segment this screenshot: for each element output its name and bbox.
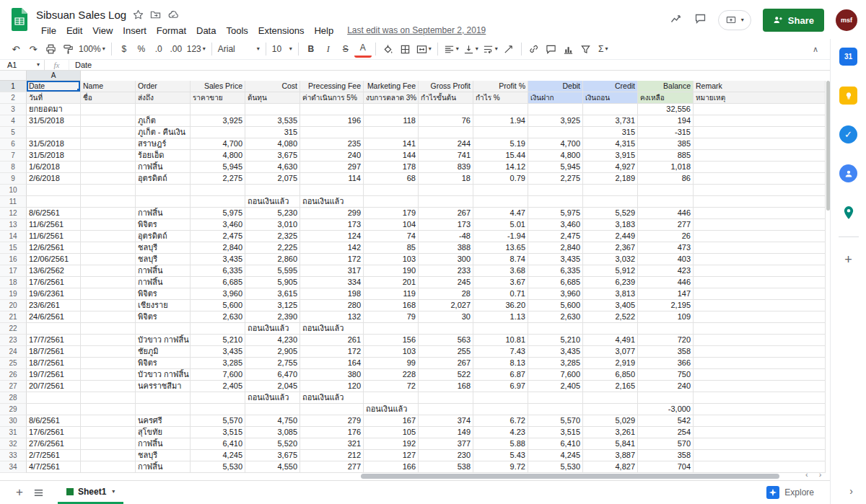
cell-C24[interactable]: ชัยภูมิ	[136, 346, 191, 358]
cell-C7[interactable]: ร้อยเอ็ด	[136, 150, 191, 162]
cell-D17[interactable]: 6,335	[191, 265, 245, 277]
cell-I33[interactable]: 5.43	[473, 450, 528, 461]
name-box[interactable]: A1 ▾	[0, 60, 45, 70]
cell-C4[interactable]: ภูเก็ต	[136, 115, 191, 127]
cell-D28[interactable]	[191, 392, 245, 404]
cell-L6[interactable]: 385	[638, 138, 694, 150]
cell-J8[interactable]: 5,945	[528, 162, 583, 173]
cell-J12[interactable]: 5,975	[528, 208, 583, 219]
cell-G5[interactable]	[364, 127, 419, 138]
cell-H15[interactable]: 388	[419, 242, 473, 254]
cell-G28[interactable]	[364, 392, 419, 404]
cell-I34[interactable]: 9.72	[473, 461, 528, 473]
cell-E13[interactable]: 3,010	[245, 219, 300, 231]
row-header-10[interactable]: 10	[0, 185, 27, 196]
cell-I23[interactable]: 10.81	[473, 335, 528, 346]
cell-H30[interactable]: 374	[419, 415, 473, 427]
cell-H14[interactable]: -48	[419, 231, 473, 242]
cell-H1[interactable]: Gross Profit	[419, 81, 473, 92]
cell-M4[interactable]	[694, 115, 826, 127]
cell-B31[interactable]	[81, 427, 136, 438]
menu-file[interactable]: File	[36, 24, 61, 37]
cell-M11[interactable]	[694, 196, 826, 208]
cell-E23[interactable]: 4,230	[245, 335, 300, 346]
cell-E9[interactable]: 2,075	[245, 173, 300, 185]
cell-D26[interactable]: 7,600	[191, 369, 245, 381]
cell-E21[interactable]: 2,390	[245, 311, 300, 323]
formula-input[interactable]: Date	[69, 61, 92, 69]
cell-J23[interactable]: 5,210	[528, 335, 583, 346]
cell-G19[interactable]: 119	[364, 288, 419, 300]
cell-J14[interactable]: 2,475	[528, 231, 583, 242]
cell-A20[interactable]: 23/6/261	[27, 300, 81, 311]
row-header-8[interactable]: 8	[0, 162, 27, 173]
cell-B33[interactable]	[81, 450, 136, 461]
comment-history-icon[interactable]	[694, 13, 707, 27]
cell-L5[interactable]: -315	[638, 127, 694, 138]
more-formats-button[interactable]: 123 ▾	[185, 40, 208, 58]
cell-J26[interactable]: 7,600	[528, 369, 583, 381]
row-header-6[interactable]: 6	[0, 138, 27, 150]
cell-G6[interactable]: 141	[364, 138, 419, 150]
cell-A3[interactable]: ยกยอดมา	[27, 104, 81, 115]
insert-link-button[interactable]	[525, 40, 543, 58]
cell-I26[interactable]: 6.87	[473, 369, 528, 381]
cell-D5[interactable]	[191, 127, 245, 138]
cell-H17[interactable]: 233	[419, 265, 473, 277]
cell-M29[interactable]	[694, 404, 826, 415]
cell-J20[interactable]: 5,600	[528, 300, 583, 311]
row-header-26[interactable]: 26	[0, 369, 27, 381]
cell-K22[interactable]	[583, 323, 638, 335]
cell-G22[interactable]	[364, 323, 419, 335]
cell-B22[interactable]	[81, 323, 136, 335]
sheet-tab-sheet1[interactable]: Sheet1 ▾	[58, 481, 123, 504]
cell-L32[interactable]: 570	[638, 438, 694, 450]
cell-C23[interactable]: บัวขาว กาฬสิ้น	[136, 335, 191, 346]
cell-F1[interactable]: Precessing Fee	[300, 81, 364, 92]
cell-K26[interactable]: 6,850	[583, 369, 638, 381]
row-header-19[interactable]: 19	[0, 288, 27, 300]
cell-L12[interactable]: 446	[638, 208, 694, 219]
cell-C19[interactable]: พิจิตร	[136, 288, 191, 300]
cell-J9[interactable]: 2,275	[528, 173, 583, 185]
row-header-24[interactable]: 24	[0, 346, 27, 358]
decrease-decimal-button[interactable]: .0	[150, 40, 167, 58]
cell-I29[interactable]	[473, 404, 528, 415]
cell-J34[interactable]: 5,530	[528, 461, 583, 473]
maps-icon[interactable]	[839, 203, 857, 221]
cell-G2[interactable]: งบการตลาด 3%	[364, 92, 419, 104]
cell-L27[interactable]: 240	[638, 381, 694, 392]
cell-F9[interactable]: 114	[300, 173, 364, 185]
cell-F28[interactable]: ถอนเงินแล้ว	[300, 392, 364, 404]
cell-M15[interactable]	[694, 242, 826, 254]
sheets-logo[interactable]	[10, 6, 29, 35]
cell-B1[interactable]: Name	[81, 81, 136, 92]
select-all-corner[interactable]	[0, 71, 27, 81]
cell-D30[interactable]: 5,570	[191, 415, 245, 427]
italic-button[interactable]: I	[320, 40, 337, 58]
hide-toolbar-button[interactable]: ∧	[813, 45, 818, 54]
cell-K32[interactable]: 5,841	[583, 438, 638, 450]
cell-H4[interactable]: 76	[419, 115, 473, 127]
merge-cells-button[interactable]: ▾	[414, 40, 434, 58]
create-filter-button[interactable]	[577, 40, 595, 58]
cell-F15[interactable]: 142	[300, 242, 364, 254]
cell-B21[interactable]	[81, 311, 136, 323]
menu-help[interactable]: Help	[309, 24, 338, 37]
cell-A5[interactable]	[27, 127, 81, 138]
cell-C13[interactable]: พิจิตร	[136, 219, 191, 231]
cell-D22[interactable]	[191, 323, 245, 335]
text-color-button[interactable]: A	[354, 40, 372, 58]
cell-H32[interactable]: 377	[419, 438, 473, 450]
cell-D19[interactable]: 3,960	[191, 288, 245, 300]
cell-H3[interactable]	[419, 104, 473, 115]
cell-K20[interactable]: 3,405	[583, 300, 638, 311]
row-header-3[interactable]: 3	[0, 104, 27, 115]
cell-K5[interactable]: 315	[583, 127, 638, 138]
insert-chart-button[interactable]	[560, 40, 577, 58]
cell-M8[interactable]	[694, 162, 826, 173]
cell-A18[interactable]: 17/6/2561	[27, 277, 81, 288]
cell-C34[interactable]: กาฬสิ้น	[136, 461, 191, 473]
last-edit-link[interactable]: Last edit was on September 2, 2019	[347, 25, 486, 35]
cell-L11[interactable]	[638, 196, 694, 208]
